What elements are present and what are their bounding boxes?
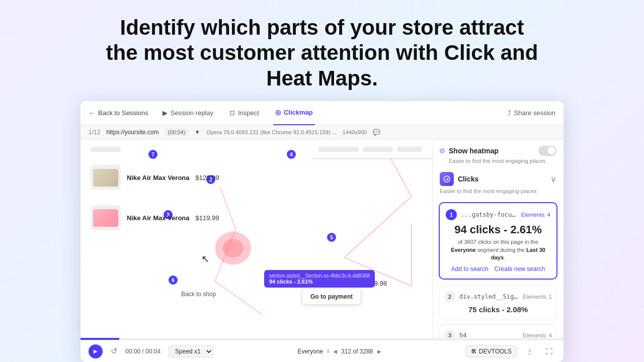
- back-button[interactable]: ← Back to Sessions: [89, 109, 148, 117]
- clicks-icon: [440, 172, 454, 186]
- share-label: Share session: [514, 109, 555, 117]
- svg-point-0: [215, 232, 251, 265]
- product-row-1: Nike Air Max Verona $129.99: [80, 160, 432, 195]
- replay-icon[interactable]: ↺: [111, 346, 117, 356]
- result-1-actions: Add to search Create new search: [446, 265, 550, 273]
- dropdown-icon[interactable]: ▼: [194, 129, 200, 136]
- heatmap-toggle[interactable]: [538, 146, 556, 156]
- play-button[interactable]: ▶: [89, 344, 103, 358]
- product-price-2: $119.99: [196, 214, 219, 222]
- shoe-img-1: [93, 169, 118, 187]
- clicks-section-header: Clicks ∨: [433, 167, 564, 188]
- click-badge-6: 6: [169, 276, 178, 285]
- browser-window: ← Back to Sessions ▶ Session replay ⊡ In…: [80, 101, 564, 362]
- clicks-subtitle: Easier to find the most engaging places: [433, 188, 564, 198]
- result-2-elements[interactable]: Elements: 1: [523, 294, 552, 300]
- result-1-selector: ...gatsby-focus-wra...: [461, 211, 517, 218]
- result-2-selector: div.styled__Signup...: [459, 293, 519, 300]
- heatmap-dot-icon: [440, 148, 445, 153]
- clickmap-icon: ◎: [275, 109, 281, 116]
- product-name-2: Nike Air Max Verona: [127, 214, 190, 222]
- back-label: Back to Sessions: [98, 109, 148, 117]
- create-search-link[interactable]: Create new search: [495, 265, 545, 273]
- cursor-icon: ↖: [201, 253, 210, 265]
- clicks-chevron-icon[interactable]: ∨: [550, 174, 556, 184]
- add-to-search-link[interactable]: Add to search: [451, 265, 489, 273]
- inspect-icon: ⊡: [229, 109, 235, 117]
- devtools-button[interactable]: 🛠 DEVTOOLS: [465, 345, 517, 357]
- arrow-left-icon: ←: [89, 109, 95, 117]
- click-badge-4: 4: [287, 150, 296, 159]
- page-counter: 1/12: [89, 129, 100, 136]
- result-1-sub: of 3607 clicks on this page in the Every…: [446, 238, 550, 261]
- result-3-elements[interactable]: Elements: 4: [523, 332, 552, 338]
- playbar-right: 🛠 DEVTOOLS ⋮ ⛶: [465, 345, 555, 358]
- browser-info: Opera 78.0.4093.231 (like Chrome 92.0.45…: [206, 129, 337, 135]
- blurred-nav: [80, 140, 432, 156]
- svg-point-1: [223, 239, 244, 258]
- result-3-selector: h4: [459, 332, 519, 338]
- result-1-header: 1 ...gatsby-focus-wra... Elements: 4: [446, 209, 550, 220]
- time-badge: (00:04): [165, 128, 188, 136]
- segment-label: Everyone: [297, 348, 323, 355]
- result-3-header: 3 h4 Elements: 4: [444, 330, 552, 338]
- main-area: 7 2 3 4 5 6 1 Nike Air Max Verona: [80, 140, 564, 338]
- show-heatmap-section: Show heatmap Easier to find the most eng…: [433, 140, 564, 167]
- result-card-3: 3 h4 Elements: 4 66 clicks - 1.83%: [439, 324, 557, 338]
- result-card-1: 1 ...gatsby-focus-wra... Elements: 4 94 …: [439, 202, 557, 280]
- devtools-icon: 🛠: [471, 348, 477, 355]
- result-2-header: 2 div.styled__Signup... Elements: 1: [444, 291, 552, 302]
- inspect-label: Inspect: [238, 109, 259, 117]
- playbar-center: Everyone ℹ ◂ 312 of 3288 ▸: [221, 346, 457, 356]
- heatmap-area: 7 2 3 4 5 6 1 Nike Air Max Verona: [80, 140, 433, 338]
- clickmap-label: Clickmap: [284, 109, 313, 116]
- tab-clickmap[interactable]: ◎ Clickmap: [273, 101, 315, 125]
- result-2-stat: 75 clicks - 2.08%: [444, 305, 552, 314]
- tooltip-popup: section.styled__Section-sc-4bbc3c-b.daB3…: [264, 270, 375, 288]
- resolution-badge: 1440x900: [343, 129, 367, 135]
- hero-title: Identify which parts of your store attra…: [96, 0, 548, 101]
- tab-session-replay[interactable]: ▶ Session replay: [160, 101, 215, 125]
- share-session-button[interactable]: ⤴ Share session: [508, 109, 555, 117]
- clicks-title: Clicks: [458, 175, 546, 183]
- show-heatmap-header: Show heatmap: [440, 146, 556, 156]
- toggle-knob: [547, 147, 555, 155]
- url-text: https://yoursite.com: [106, 129, 158, 136]
- result-1-elements[interactable]: Elements: 4: [521, 212, 550, 218]
- next-session-icon[interactable]: ▸: [377, 346, 381, 356]
- fullscreen-icon[interactable]: ⛶: [542, 345, 555, 358]
- url-bar: 1/12 https://yoursite.com (00:04) ▼ Oper…: [80, 125, 564, 140]
- tooltip-line2: 94 clicks - 2.61%: [269, 279, 370, 285]
- tooltip-line1: section.styled__Section-sc-4bbc3c-b.daB3…: [269, 273, 370, 279]
- playbar: ▶ ↺ 00:00 / 00:04 Speed x1 Everyone ℹ ◂ …: [80, 340, 564, 362]
- product-img-2: [91, 205, 121, 230]
- session-replay-label: Session replay: [171, 109, 213, 117]
- product-price-1: $129.99: [196, 174, 219, 182]
- product-row-2: Nike Air Max Verona $119.99: [80, 200, 432, 235]
- top-nav: ← Back to Sessions ▶ Session replay ⊡ In…: [80, 101, 564, 125]
- svg-point-2: [444, 176, 450, 182]
- prev-session-icon[interactable]: ◂: [333, 346, 337, 356]
- back-to-shop-link[interactable]: Back to shop: [181, 291, 216, 298]
- result-2-number: 2: [444, 291, 455, 302]
- session-count: 312 of 3288: [341, 348, 373, 355]
- shoe-img-2: [93, 209, 118, 227]
- go-to-payment-button[interactable]: Go to payment: [302, 289, 361, 305]
- result-3-number: 3: [444, 330, 455, 338]
- result-1-stat: 94 clicks - 2.61%: [446, 223, 550, 236]
- more-icon[interactable]: ⋮: [523, 345, 536, 358]
- tab-inspect[interactable]: ⊡ Inspect: [227, 101, 261, 125]
- devtools-label: DEVTOOLS: [479, 348, 512, 355]
- result-card-2: 2 div.styled__Signup... Elements: 1 75 c…: [439, 286, 557, 320]
- show-heatmap-title: Show heatmap: [449, 147, 534, 155]
- info-icon: ℹ: [327, 348, 329, 354]
- click-badge-7: 7: [148, 150, 157, 159]
- result-1-number: 1: [446, 209, 457, 220]
- comment-icon[interactable]: 💬: [373, 129, 380, 136]
- heatmap-subtitle: Easier to find the most engaging places: [440, 158, 556, 164]
- time-display: 00:00 / 00:04: [125, 348, 160, 355]
- right-panel: Show heatmap Easier to find the most eng…: [433, 140, 564, 338]
- speed-select[interactable]: Speed x1: [169, 345, 213, 357]
- product-img-1: [91, 165, 121, 190]
- play-icon: ▶: [163, 109, 168, 117]
